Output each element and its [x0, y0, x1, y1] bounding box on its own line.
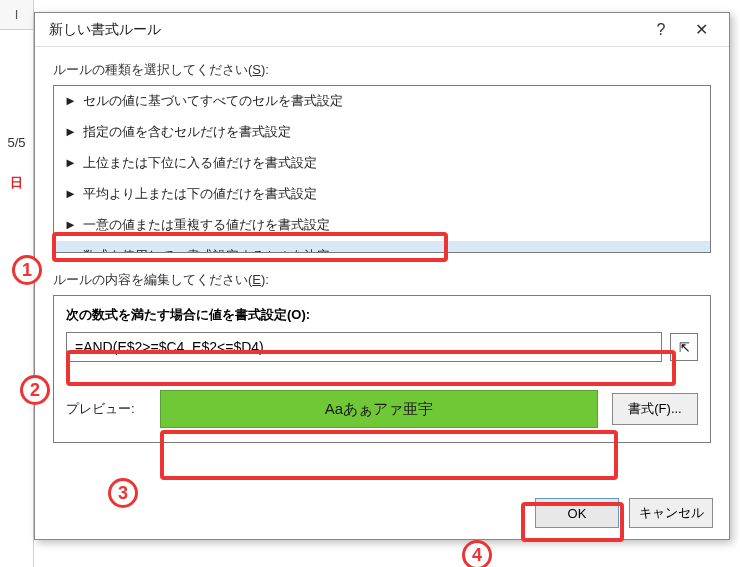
rule-type-text: 上位または下位に入る値だけを書式設定	[83, 155, 317, 170]
ok-label: OK	[568, 506, 587, 521]
bullet-icon: ►	[64, 186, 77, 201]
label-text: ):	[261, 272, 269, 287]
rule-type-text: 指定の値を含むセルだけを書式設定	[83, 124, 291, 139]
rule-type-item[interactable]: ►平均より上または下の値だけを書式設定	[54, 179, 710, 210]
dialog-title: 新しい書式ルール	[49, 21, 641, 39]
label-text: ):	[261, 62, 269, 77]
formula-label: 次の数式を満たす場合に値を書式設定(O):	[66, 306, 698, 324]
collapse-icon: ⇱	[679, 340, 690, 355]
help-button[interactable]: ?	[641, 16, 681, 44]
rule-type-item[interactable]: ►一意の値または重複する値だけを書式設定	[54, 210, 710, 241]
close-button[interactable]: ✕	[681, 16, 721, 44]
label-text: ルールの種類を選択してください(	[53, 62, 252, 77]
rule-content-label: ルールの内容を編集してください(E):	[53, 271, 711, 289]
new-formatting-rule-dialog: 新しい書式ルール ? ✕ ルールの種類を選択してください(S): ►セルの値に基…	[34, 12, 730, 540]
rule-type-text: 平均より上または下の値だけを書式設定	[83, 186, 317, 201]
spreadsheet-column: I 5/5 日	[0, 0, 34, 567]
rule-type-item[interactable]: ►上位または下位に入る値だけを書式設定	[54, 148, 710, 179]
rule-type-label: ルールの種類を選択してください(S):	[53, 61, 711, 79]
formula-input[interactable]	[66, 332, 662, 362]
formula-panel: 次の数式を満たす場合に値を書式設定(O): ⇱ プレビュー: Aaあぁアァ亜宇 …	[53, 295, 711, 443]
format-button[interactable]: 書式(F)...	[612, 393, 698, 425]
bullet-icon: ►	[64, 155, 77, 170]
hotkey: S	[252, 62, 261, 77]
bullet-icon: ►	[64, 217, 77, 232]
day-cell: 日	[0, 170, 33, 196]
label-text: 次の数式を満たす場合に値を書式設定(	[66, 307, 291, 322]
cancel-label: キャンセル	[639, 504, 704, 522]
bullet-icon: ►	[64, 93, 77, 108]
rule-type-item[interactable]: ►指定の値を含むセルだけを書式設定	[54, 117, 710, 148]
rule-type-text: 一意の値または重複する値だけを書式設定	[83, 217, 330, 232]
ok-button[interactable]: OK	[535, 498, 619, 528]
dialog-body: ルールの種類を選択してください(S): ►セルの値に基づいてすべてのセルを書式設…	[35, 47, 729, 487]
date-cell: 5/5	[0, 130, 33, 156]
rule-type-item[interactable]: ►セルの値に基づいてすべてのセルを書式設定	[54, 86, 710, 117]
rule-type-text: セルの値に基づいてすべてのセルを書式設定	[83, 93, 343, 108]
hotkey: E	[252, 272, 261, 287]
hotkey: O	[291, 307, 301, 322]
label-text: ):	[301, 307, 310, 322]
bullet-icon: ►	[64, 248, 77, 253]
label-text: ルールの内容を編集してください(	[53, 272, 252, 287]
dialog-titlebar: 新しい書式ルール ? ✕	[35, 13, 729, 47]
column-header: I	[0, 0, 33, 30]
rule-type-list[interactable]: ►セルの値に基づいてすべてのセルを書式設定 ►指定の値を含むセルだけを書式設定 …	[53, 85, 711, 253]
preview-label: プレビュー:	[66, 400, 146, 418]
bullet-icon: ►	[64, 124, 77, 139]
preview-swatch: Aaあぁアァ亜宇	[160, 390, 598, 428]
dialog-footer: OK キャンセル	[35, 487, 729, 539]
collapse-dialog-button[interactable]: ⇱	[670, 333, 698, 361]
cancel-button[interactable]: キャンセル	[629, 498, 713, 528]
rule-type-text: 数式を使用して、書式設定するセルを決定	[83, 248, 330, 253]
format-button-label: 書式(F)...	[628, 400, 681, 418]
rule-type-item-formula[interactable]: ►数式を使用して、書式設定するセルを決定	[54, 241, 710, 253]
